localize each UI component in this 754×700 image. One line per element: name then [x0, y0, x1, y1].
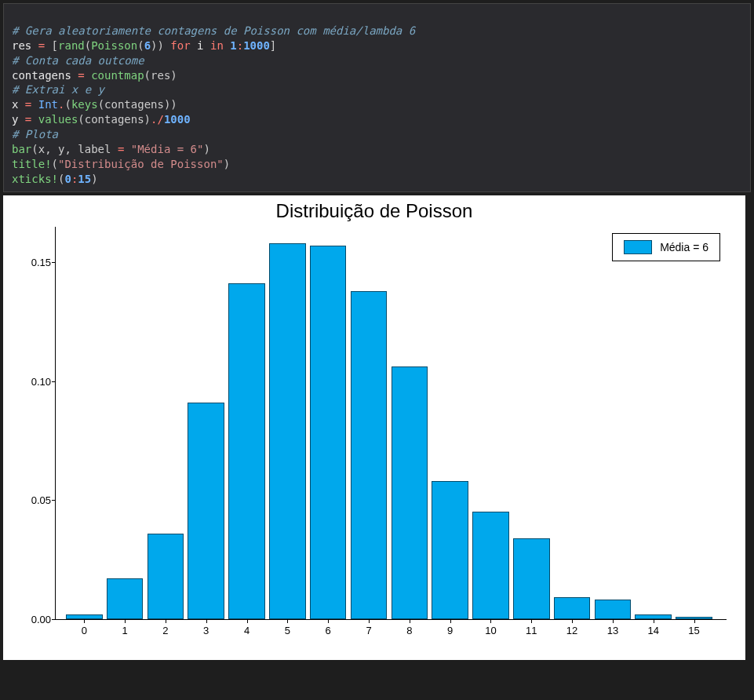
code-token: ) — [203, 143, 209, 155]
chart-bar — [228, 283, 265, 618]
code-comment: # Conta cada outcome — [12, 54, 144, 67]
x-tick-label: 7 — [366, 625, 371, 636]
x-tick-label: 8 — [406, 625, 412, 636]
code-token: rand — [58, 39, 85, 52]
code-token: 1000 — [243, 39, 270, 52]
x-tick-label: 15 — [688, 625, 699, 636]
y-tick-label: 0.15 — [16, 257, 51, 268]
code-token: res — [12, 39, 31, 52]
chart-bar — [107, 578, 144, 619]
code-token: = — [18, 113, 38, 126]
chart-bar — [66, 614, 103, 619]
code-token: in — [204, 39, 231, 52]
code-comment: # Plota — [12, 128, 58, 140]
code-token: ] — [270, 39, 276, 52]
plot-area: Média = 6 0.000.050.100.1501234567891011… — [55, 227, 727, 620]
chart-bar — [351, 291, 388, 619]
code-token: = — [71, 69, 91, 82]
code-token: ) — [91, 173, 97, 185]
code-token: ( — [137, 39, 144, 52]
code-token: 6 — [144, 39, 151, 52]
chart-title: Distribuição de Poisson — [9, 200, 739, 222]
code-token: )) — [151, 39, 164, 52]
chart-bar — [432, 481, 468, 619]
x-tick-label: 10 — [485, 625, 496, 636]
code-token: keys — [71, 98, 98, 111]
code-token: "Média = 6" — [131, 143, 204, 155]
code-comment: # Gera aleatoriamente contagens de Poiss… — [12, 24, 415, 37]
code-token: 0 — [64, 173, 71, 185]
code-token: 1 — [230, 39, 236, 52]
code-token: : — [237, 39, 243, 52]
x-tick-label: 1 — [122, 625, 127, 636]
code-token: (res) — [144, 69, 177, 82]
x-tick-label: 4 — [244, 625, 250, 636]
chart-bar — [392, 366, 428, 618]
code-token: ./ — [151, 113, 164, 126]
x-tick-label: 12 — [566, 625, 577, 636]
code-token: ) — [224, 158, 230, 170]
code-token: (contagens)) — [98, 98, 177, 111]
code-token: Poisson — [91, 39, 137, 52]
x-tick-label: 11 — [526, 625, 537, 636]
code-token: Int — [38, 98, 58, 111]
code-token: countmap — [91, 69, 144, 82]
x-tick-label: 6 — [326, 625, 331, 636]
y-tick-label: 0.05 — [16, 494, 51, 506]
code-token: = — [118, 143, 131, 155]
x-tick-label: 5 — [285, 625, 290, 636]
x-tick-label: 0 — [82, 625, 87, 636]
code-token: i — [197, 39, 203, 52]
code-token: 1000 — [164, 113, 191, 126]
chart-bar — [148, 534, 184, 619]
x-tick-label: 2 — [162, 625, 168, 636]
code-token: "Distribuição de Poisson" — [58, 158, 224, 170]
legend-label: Média = 6 — [660, 241, 708, 253]
x-tick-label: 9 — [447, 625, 453, 636]
chart-output: Distribuição de Poisson Média = 6 0.000.… — [3, 195, 745, 660]
chart-bar — [472, 512, 509, 618]
code-token: (x, y, label — [31, 143, 118, 155]
chart-bar — [554, 597, 591, 618]
chart-bar — [513, 538, 550, 619]
code-token: 15 — [78, 173, 91, 185]
code-token: ( — [64, 98, 71, 111]
code-token: (contagens) — [78, 113, 151, 126]
chart-bar — [269, 243, 306, 619]
chart-legend: Média = 6 — [612, 233, 720, 261]
x-tick-label: 13 — [607, 625, 618, 636]
chart-bar — [676, 617, 712, 619]
chart-bar — [188, 403, 224, 619]
code-token: [ — [52, 39, 58, 52]
y-tick-label: 0.00 — [16, 613, 51, 625]
code-token: values — [38, 113, 78, 126]
chart-bar — [310, 246, 347, 619]
code-token: title! — [12, 158, 52, 170]
chart-bar — [595, 600, 632, 618]
code-token: for — [164, 39, 197, 52]
code-token: ( — [85, 39, 91, 52]
x-tick-label: 14 — [647, 625, 658, 636]
code-token: = — [18, 98, 38, 111]
code-comment: # Extrai x e y — [12, 83, 104, 96]
y-tick-label: 0.10 — [16, 375, 51, 387]
chart-bar — [635, 614, 672, 619]
code-token: ( — [52, 158, 58, 170]
code-token: bar — [12, 143, 31, 155]
legend-swatch — [624, 240, 652, 254]
code-token: contagens — [12, 69, 71, 82]
x-tick-label: 3 — [203, 625, 209, 636]
code-token: = — [31, 39, 51, 52]
code-cell: # Gera aleatoriamente contagens de Poiss… — [3, 3, 751, 192]
code-token: xticks! — [12, 173, 58, 185]
